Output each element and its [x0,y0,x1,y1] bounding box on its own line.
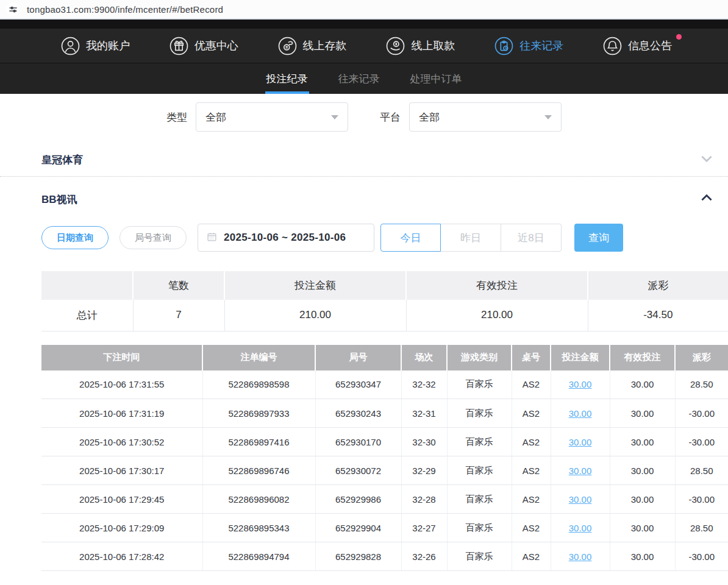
date-range-input[interactable]: 2025-10-06 ~ 2025-10-06 [198,224,374,252]
cell-game-type: 百家乐 [447,485,512,514]
summary-header-count: 笔数 [133,271,224,300]
chevron-up-icon[interactable] [699,190,715,208]
calendar-icon [207,232,217,244]
tab-pending-orders[interactable]: 处理中订单 [409,63,463,94]
section-title: 皇冠体育 [41,153,83,167]
cell-round-id: 652930170 [315,428,401,456]
cell-table-id: AS2 [512,514,551,542]
table-row: 2025-10-06 17:29:45 522869896082 6529299… [41,485,728,514]
header-round-id: 局号 [315,345,401,370]
tab-bet-records[interactable]: 投注纪录 [265,63,309,94]
nav-item-announcements[interactable]: 信息公告 [603,37,672,55]
cell-round-id: 652930243 [315,399,401,428]
cell-bet-time: 2025-10-06 17:31:19 [41,399,202,428]
summary-total-label: 总计 [41,300,133,331]
header-bet-time: 下注时间 [41,345,202,370]
yesterday-button[interactable]: 昨日 [441,224,501,252]
section-divider [0,176,728,177]
header-order-id: 注单编号 [202,345,315,370]
cell-round-id: 652929986 [315,485,401,514]
gift-icon [170,37,188,55]
cell-session: 32-31 [401,399,447,428]
table-row: 2025-10-06 17:28:42 522869894794 6529298… [41,542,728,571]
cell-table-id: AS2 [512,428,551,456]
last-8-days-button[interactable]: 近8日 [501,224,562,252]
cell-table-id: AS2 [512,542,551,571]
chevron-down-icon [331,115,338,119]
site-settings-icon[interactable] [6,2,20,16]
type-select-value: 全部 [205,110,331,124]
cell-order-id: 522869897933 [202,399,315,428]
section-crown-sports[interactable]: 皇冠体育 [0,146,728,173]
main-navbar: 我的账户 优惠中心 线上存款 线上 [0,29,728,63]
nav-item-deposit[interactable]: 线上存款 [278,37,347,55]
header-session: 场次 [401,345,447,370]
section-bb-video[interactable]: BB视讯 [0,186,728,213]
summary-total-count: 7 [133,300,224,331]
type-select[interactable]: 全部 [196,102,348,132]
bet-amount-link[interactable]: 30.00 [569,408,592,419]
cell-order-id: 522869897416 [202,428,315,456]
nav-item-transaction-records[interactable]: 往来记录 [494,37,563,55]
nav-label: 信息公告 [628,38,672,53]
bet-amount-link[interactable]: 30.00 [569,494,592,505]
type-filter-group: 类型 全部 [166,102,348,132]
cell-valid-bet: 30.00 [610,370,675,399]
bet-amount-link[interactable]: 30.00 [569,466,592,476]
cell-game-type: 百家乐 [447,514,512,542]
round-query-button[interactable]: 局号查询 [120,226,187,249]
cell-payout: -30.00 [675,428,728,456]
cell-valid-bet: 30.00 [610,428,675,456]
today-button[interactable]: 今日 [380,224,441,252]
cell-bet-time: 2025-10-06 17:31:55 [41,370,202,399]
bet-amount-link[interactable]: 30.00 [569,437,592,447]
nav-label: 我的账户 [86,38,130,53]
header-valid-bet: 有效投注 [610,345,675,370]
summary-total-row: 总计 7 210.00 210.00 -34.50 [41,300,728,331]
date-query-button[interactable]: 日期查询 [41,226,109,249]
bell-icon [603,37,622,55]
bet-amount-link[interactable]: 30.00 [569,379,592,389]
cell-session: 32-29 [401,456,447,485]
header-game-type: 游戏类别 [447,345,512,370]
bet-amount-link[interactable]: 30.00 [569,551,592,562]
table-row: 2025-10-06 17:30:17 522869896746 6529300… [41,456,728,485]
nav-label: 优惠中心 [194,38,238,53]
search-button[interactable]: 查询 [574,224,623,252]
cell-round-id: 652929828 [315,542,401,571]
deposit-icon [278,37,297,55]
cell-payout: 28.50 [675,370,728,399]
cell-session: 32-27 [401,514,447,542]
withdraw-icon [386,37,405,55]
bet-amount-link[interactable]: 30.00 [569,523,592,533]
chevron-down-icon[interactable] [699,151,715,169]
user-icon [61,37,80,55]
nav-item-promotions[interactable]: 优惠中心 [170,37,238,55]
cell-valid-bet: 30.00 [610,456,675,485]
platform-select-value: 全部 [419,110,544,124]
nav-item-withdraw[interactable]: 线上取款 [386,37,455,55]
bet-records-table: 下注时间 注单编号 局号 场次 游戏类别 桌号 投注金额 有效投注 派彩 202… [41,345,728,572]
cell-order-id: 522869896082 [202,485,315,514]
nav-label: 线上存款 [303,38,347,53]
header-table-id: 桌号 [512,345,551,370]
nav-item-my-account[interactable]: 我的账户 [61,37,130,55]
summary-header-row: 笔数 投注金额 有效投注 派彩 [41,271,728,300]
query-bar: 日期查询 局号查询 2025-10-06 ~ 2025-10-06 今日 昨日 … [41,224,728,252]
cell-order-id: 522869895343 [202,514,315,542]
tab-transaction-records[interactable]: 往来记录 [337,63,381,94]
cell-session: 32-26 [401,542,447,571]
cell-game-type: 百家乐 [447,370,512,399]
cell-session: 32-30 [401,428,447,456]
cell-valid-bet: 30.00 [610,542,675,571]
header-bet-amount: 投注金额 [551,345,610,370]
summary-table: 笔数 投注金额 有效投注 派彩 总计 7 210.00 210.00 -34.5… [41,271,728,332]
cell-bet-time: 2025-10-06 17:29:09 [41,514,202,542]
active-tab-underline [265,91,309,94]
url-text[interactable]: tongbao31.com:9900/infe/mcenter/#/betRec… [27,4,223,15]
section-title: BB视讯 [41,193,77,207]
cell-payout: -30.00 [675,399,728,428]
platform-select[interactable]: 全部 [409,102,562,132]
cell-table-id: AS2 [512,399,551,428]
summary-header-bet-amount: 投注金额 [224,271,406,300]
